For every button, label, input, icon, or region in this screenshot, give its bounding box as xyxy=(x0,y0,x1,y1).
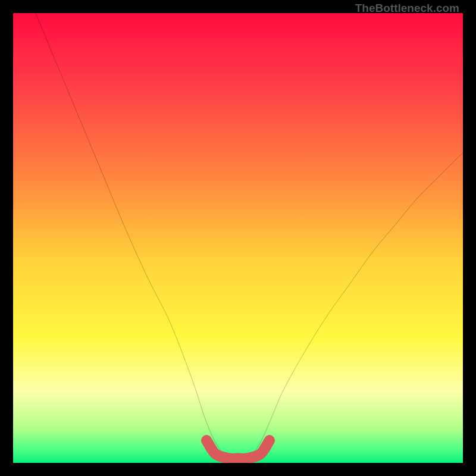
plot-area xyxy=(13,13,463,463)
outer-frame: TheBottleneck.com xyxy=(0,0,476,476)
watermark-text: TheBottleneck.com xyxy=(355,2,459,15)
curve-layer xyxy=(13,13,463,463)
bottleneck-curve xyxy=(36,13,463,458)
optimal-band xyxy=(206,440,270,459)
